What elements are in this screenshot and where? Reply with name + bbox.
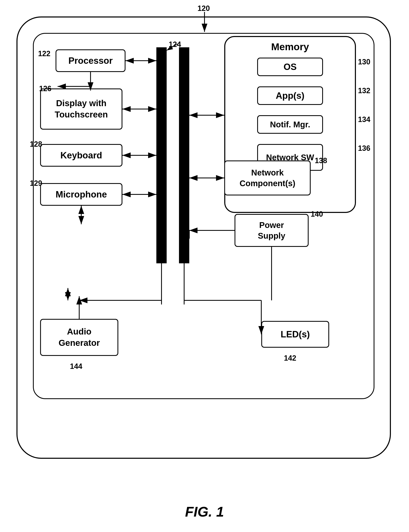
keyboard-box: Keyboard <box>40 144 122 167</box>
ref-130: 130 <box>358 58 370 66</box>
ref-144: 144 <box>70 362 82 371</box>
page: 120 Processor 122 Memory OS App(s) Notif… <box>0 0 409 532</box>
ref-136: 136 <box>358 144 370 153</box>
os-box: OS <box>257 58 323 76</box>
audio-gen-box: AudioGenerator <box>40 319 118 356</box>
led-box: LED(s) <box>261 321 329 348</box>
ref-129: 129 <box>30 179 42 188</box>
memory-label: Memory <box>271 41 309 53</box>
ref-142: 142 <box>284 354 296 362</box>
ref-134: 134 <box>358 115 370 124</box>
display-box: Display withTouchscreen <box>40 88 122 130</box>
apps-box: App(s) <box>257 86 323 105</box>
ref-124: 124 <box>169 40 181 49</box>
power-supply-box: PowerSupply <box>234 214 309 247</box>
ref-120-label: 120 <box>197 4 210 13</box>
ref-132: 132 <box>358 86 370 95</box>
ref-128: 128 <box>30 140 42 148</box>
notif-box: Notif. Mgr. <box>257 115 323 134</box>
ref-140: 140 <box>311 210 323 219</box>
ref-122: 122 <box>38 49 50 58</box>
ref-138: 138 <box>315 156 327 165</box>
ref-126: 126 <box>39 84 51 93</box>
processor-box: Processor <box>56 49 125 72</box>
fig-caption: FIG. 1 <box>185 504 224 520</box>
network-comp-box: NetworkComponent(s) <box>224 160 311 195</box>
microphone-box: Microphone <box>40 183 122 206</box>
